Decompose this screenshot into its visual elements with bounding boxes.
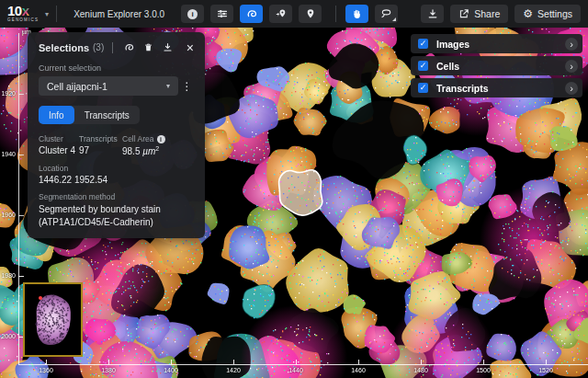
chevron-right-icon[interactable]: › [565, 60, 578, 73]
chevron-right-icon[interactable]: › [565, 38, 578, 51]
tab-info[interactable]: Info [39, 106, 74, 124]
export-selection-button[interactable] [159, 40, 175, 55]
xenium-explorer-window: µm 1360138014001420144014601480150015201… [0, 0, 588, 378]
pin-icon [305, 8, 316, 19]
tenx-logo-subtext: GENOMICS [7, 17, 39, 22]
caret-down-icon: ▾ [166, 82, 170, 90]
selections-count: (3) [93, 42, 104, 52]
lasso-tool-button[interactable] [375, 5, 398, 23]
download-icon [427, 8, 438, 19]
minimap[interactable] [23, 282, 83, 357]
caret-down-icon: ▾ [45, 10, 49, 18]
checkbox-checked[interactable]: ✓ [418, 83, 428, 93]
layer-row-cells[interactable]: ✓ Cells › [411, 56, 582, 75]
cell-area-value: 98.5 µm2 [122, 145, 194, 156]
select-cells-button[interactable] [120, 40, 137, 55]
transcripts-label: Transcripts [79, 134, 122, 143]
selections-title: Selections [39, 42, 89, 53]
current-selection-dropdown[interactable]: Cell aijapcni-1 ▾ [39, 76, 178, 96]
layer-row-transcripts[interactable]: ✓ Transcripts › [411, 78, 582, 97]
layer-label: Images [436, 39, 469, 50]
dropdown-value: Cell aijapcni-1 [47, 81, 107, 92]
lasso-icon [380, 8, 392, 19]
chevron-right-icon[interactable]: › [565, 82, 578, 95]
top-toolbar: 10x GENOMICS ▾ Xenium Explorer 3.0.0 i [0, 0, 588, 28]
gear-icon: ⚙ [523, 8, 533, 19]
location-value: 1446.22 1952.54 [39, 175, 194, 185]
checkbox-checked[interactable]: ✓ [418, 39, 428, 49]
cell-area-label: Cell Area [122, 134, 154, 143]
close-icon[interactable]: × [187, 41, 194, 54]
kebab-menu-icon[interactable]: ⋮ [180, 80, 194, 93]
go-to-point-button[interactable] [269, 5, 292, 23]
share-icon [458, 8, 469, 19]
cluster-value: Cluster 4 [39, 145, 79, 155]
submenu-corner-icon [392, 17, 396, 21]
layer-label: Transcripts [436, 83, 489, 94]
hand-icon [352, 8, 363, 19]
panel-divider [112, 42, 113, 53]
settings-button[interactable]: ⚙ Settings [514, 5, 581, 23]
selections-panel: Selections (3) × [28, 32, 205, 238]
cell-select-tool-button[interactable] [240, 5, 263, 23]
download-button[interactable] [421, 5, 444, 23]
tenx-logo-menu[interactable]: 10x GENOMICS ▾ [7, 6, 49, 22]
settings-label: Settings [537, 8, 572, 19]
tab-transcripts[interactable]: Transcripts [74, 106, 140, 124]
layer-row-images[interactable]: ✓ Images › [411, 34, 582, 53]
toolbar-divider [56, 6, 57, 22]
selection-tabs: Info Transcripts [39, 106, 140, 124]
cluster-label: Cluster [39, 134, 79, 143]
info-button[interactable]: i [181, 5, 204, 23]
download-icon [163, 42, 173, 52]
share-button[interactable]: Share [450, 5, 508, 23]
cell-select-icon [124, 42, 134, 52]
current-selection-label: Current selection [39, 63, 194, 73]
tenx-logo: 10x [7, 6, 39, 17]
transcripts-value: 97 [79, 145, 122, 155]
sliders-icon [217, 8, 228, 19]
checkbox-checked[interactable]: ✓ [418, 61, 428, 71]
info-icon: i [187, 9, 198, 19]
app-title: Xenium Explorer 3.0.0 [74, 9, 164, 19]
segmentation-method-label: Segmentation method [39, 192, 194, 201]
display-settings-button[interactable] [210, 5, 233, 23]
toolbar-divider [335, 6, 336, 22]
delete-selection-button[interactable] [140, 40, 156, 55]
info-icon: i [157, 135, 165, 143]
layer-label: Cells [436, 61, 459, 72]
pan-tool-button[interactable] [345, 5, 368, 23]
location-label: Location [39, 164, 194, 173]
trash-icon [143, 42, 153, 52]
landmark-pin-button[interactable] [299, 5, 322, 23]
pin-navigate-icon [276, 8, 287, 19]
cell-select-icon [246, 8, 257, 19]
segmentation-method-value: Segmented by boundary stain (ATP1A1/CD45… [39, 203, 194, 228]
share-label: Share [474, 8, 500, 19]
